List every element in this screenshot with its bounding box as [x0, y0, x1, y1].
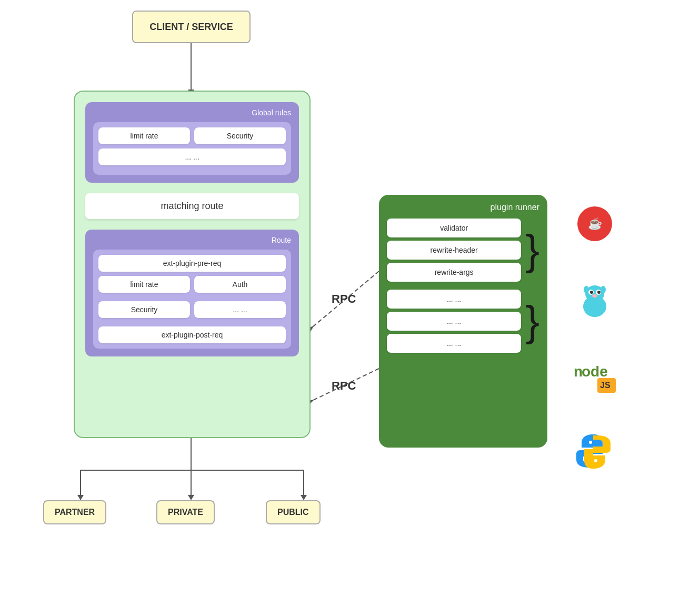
- matching-route-box: matching route: [85, 193, 299, 219]
- security-route: Security: [98, 301, 190, 318]
- client-service-label: CLIENT / SERVICE: [149, 22, 233, 33]
- arrow-main-down: [191, 438, 192, 470]
- plugin-items-1: validator rewrite-header rewrite-args: [387, 219, 521, 282]
- global-dots: ... ...: [98, 148, 286, 165]
- ext-plugin-pre-req: ext-plugin-pre-req: [98, 255, 286, 272]
- rpc-label-bottom: RPC: [332, 379, 356, 393]
- plugin-items-2: ... ... ... ... ... ...: [387, 290, 521, 353]
- route-row1: limit rate Auth: [98, 276, 286, 293]
- svg-text:☕: ☕: [588, 216, 603, 231]
- rpc-label-top: RPC: [332, 292, 356, 306]
- dots-pill-3: ... ...: [387, 334, 521, 353]
- diagram-container: CLIENT / SERVICE Global rules limit rate…: [0, 0, 700, 615]
- python-icon: [574, 432, 616, 471]
- global-rules-label: Global rules: [93, 108, 291, 117]
- global-rule-row1: limit rate Security: [98, 127, 286, 144]
- svg-text:JS: JS: [600, 381, 611, 390]
- java-icon: ☕: [576, 205, 616, 245]
- svg-point-20: [594, 459, 597, 462]
- limit-rate-route: limit rate: [98, 276, 190, 293]
- svg-point-14: [601, 286, 606, 293]
- svg-text:ode: ode: [582, 363, 608, 380]
- svg-point-12: [592, 294, 597, 297]
- branch-line-horizontal: [80, 470, 303, 471]
- public-box: PUBLIC: [266, 500, 321, 524]
- rewrite-header-pill: rewrite-header: [387, 241, 521, 260]
- global-rules-box: Global rules limit rate Security ... ...: [85, 102, 299, 183]
- dots-route: ... ...: [194, 301, 286, 318]
- auth-route: Auth: [194, 276, 286, 293]
- arrow-branch-left: [80, 470, 81, 496]
- svg-point-11: [597, 291, 601, 294]
- svg-point-19: [589, 441, 592, 444]
- security-global: Security: [194, 127, 286, 144]
- go-icon: [574, 279, 616, 321]
- plugin-group2: ... ... ... ... ... ... }: [387, 290, 539, 353]
- arrow-branch-right: [303, 470, 304, 496]
- plugin-runner: plugin runner validator rewrite-header r…: [379, 195, 547, 448]
- dots-pill-2: ... ...: [387, 312, 521, 331]
- dots-pill-1: ... ...: [387, 290, 521, 309]
- route-box: Route ext-plugin-pre-req limit rate Auth…: [85, 230, 299, 356]
- arrow-branch-mid: [191, 470, 192, 496]
- private-box: PRIVATE: [156, 500, 215, 524]
- curly-brace-2: }: [525, 300, 539, 342]
- client-service-box: CLIENT / SERVICE: [132, 11, 251, 43]
- route-row2: Security ... ...: [98, 301, 286, 318]
- main-container: Global rules limit rate Security ... ...…: [74, 91, 311, 438]
- arrow-client-down: [191, 43, 192, 91]
- partner-box: PARTNER: [43, 500, 106, 524]
- curly-brace-1: }: [525, 229, 539, 271]
- plugin-group1: validator rewrite-header rewrite-args }: [387, 219, 539, 282]
- svg-point-13: [584, 286, 589, 293]
- nodejs-icon: n ode JS: [571, 358, 618, 398]
- svg-point-10: [590, 291, 593, 294]
- route-inner: ext-plugin-pre-req limit rate Auth Secur…: [93, 250, 291, 349]
- validator-pill: validator: [387, 219, 521, 237]
- limit-rate-global: limit rate: [98, 127, 190, 144]
- ext-plugin-post-req: ext-plugin-post-req: [98, 326, 286, 343]
- matching-route-label: matching route: [161, 201, 223, 211]
- plugin-runner-label: plugin runner: [387, 203, 539, 212]
- global-rules-inner: limit rate Security ... ...: [93, 122, 291, 175]
- route-label: Route: [93, 236, 291, 244]
- rewrite-args-pill: rewrite-args: [387, 263, 521, 282]
- global-rule-row2: ... ...: [98, 148, 286, 165]
